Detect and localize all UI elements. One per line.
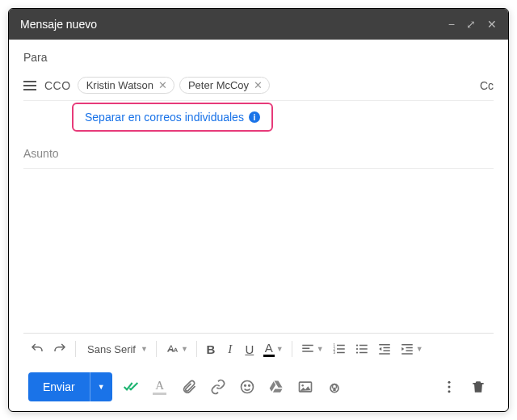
more-options-icon[interactable] [439, 376, 460, 397]
emoji-icon[interactable] [237, 376, 258, 397]
text-style-button[interactable]: A [149, 376, 170, 397]
svg-rect-22 [401, 353, 413, 355]
svg-point-10 [356, 348, 358, 350]
bold-button[interactable]: B [202, 338, 220, 359]
font-size-button[interactable]: ▼ [162, 338, 191, 359]
svg-rect-14 [359, 352, 368, 354]
to-row: Para [23, 40, 494, 70]
format-toolbar: Sans Serif▼ ▼ B I U A▼ ▼ 123 ▼ [23, 333, 494, 364]
titlebar: Mensaje nuevo − ⤢ ✕ [9, 9, 508, 40]
drive-icon[interactable] [266, 376, 287, 397]
bcc-label[interactable]: CCO [44, 79, 71, 92]
split-individual-emails-link[interactable]: Separar en correos individuales i [72, 103, 273, 132]
split-row: Separar en correos individuales i [23, 101, 494, 138]
send-options-button[interactable]: ▼ [90, 372, 112, 401]
font-family-select[interactable]: Sans Serif▼ [81, 338, 151, 359]
svg-text:3: 3 [333, 351, 335, 355]
chevron-down-icon: ▼ [98, 383, 105, 391]
chevron-down-icon: ▼ [276, 345, 284, 353]
svg-rect-29 [334, 388, 335, 391]
info-icon[interactable]: i [249, 111, 260, 123]
align-button[interactable]: ▼ [297, 338, 327, 359]
send-button[interactable]: Enviar [28, 372, 90, 401]
chip-remove-icon[interactable]: ✕ [158, 79, 167, 91]
redo-button[interactable] [49, 338, 70, 359]
svg-point-11 [356, 351, 358, 353]
svg-rect-19 [401, 344, 413, 346]
undo-button[interactable] [27, 338, 48, 359]
chevron-down-icon: ▼ [317, 345, 324, 353]
expand-icon[interactable]: ⤢ [466, 18, 476, 31]
svg-rect-2 [302, 351, 313, 352]
svg-point-32 [448, 390, 451, 393]
svg-rect-16 [383, 347, 389, 349]
menu-icon[interactable] [23, 81, 36, 90]
unordered-list-button[interactable] [351, 338, 372, 359]
indent-less-button[interactable] [374, 338, 395, 359]
bottom-bar: Enviar ▼ A [23, 364, 494, 411]
chevron-down-icon: ▼ [181, 345, 188, 353]
svg-rect-15 [379, 344, 390, 346]
ordered-list-button[interactable]: 123 [329, 338, 350, 359]
indent-more-button[interactable]: ▼ [397, 338, 427, 359]
image-icon[interactable] [295, 376, 316, 397]
svg-rect-17 [383, 351, 389, 352]
recipient-chip-label: Kristin Watson [86, 79, 153, 91]
italic-button[interactable]: I [221, 338, 239, 359]
confidential-icon[interactable] [324, 376, 345, 397]
recipient-chip-label: Peter McCoy [188, 79, 249, 91]
cc-toggle[interactable]: Cc [480, 79, 494, 92]
recipient-chip[interactable]: Peter McCoy ✕ [179, 77, 270, 94]
svg-point-31 [448, 386, 451, 388]
separator [156, 341, 157, 357]
svg-rect-12 [359, 345, 368, 346]
recipient-chip[interactable]: Kristin Watson ✕ [78, 77, 174, 94]
svg-point-27 [301, 384, 304, 387]
separator [75, 341, 76, 357]
discard-icon[interactable] [468, 376, 489, 397]
svg-point-30 [448, 381, 451, 384]
svg-point-24 [244, 385, 246, 387]
compose-window: Mensaje nuevo − ⤢ ✕ Para CCO Kristin Wat… [8, 8, 509, 412]
svg-rect-13 [359, 348, 368, 350]
separator [292, 341, 292, 357]
subject-row [23, 138, 494, 169]
svg-point-23 [241, 381, 253, 393]
svg-rect-7 [337, 348, 345, 350]
text-color-button[interactable]: A▼ [260, 338, 287, 359]
svg-point-25 [248, 385, 250, 387]
svg-rect-6 [337, 345, 345, 346]
recipients-row: CCO Kristin Watson ✕ Peter McCoy ✕ Cc [23, 70, 494, 101]
svg-rect-18 [379, 353, 390, 355]
send-group: Enviar ▼ [28, 372, 112, 401]
svg-rect-8 [337, 352, 345, 354]
link-icon[interactable] [208, 376, 229, 397]
split-link-text: Separar en correos individuales [85, 111, 244, 124]
svg-rect-21 [406, 351, 412, 352]
window-title: Mensaje nuevo [20, 18, 437, 31]
svg-rect-1 [302, 348, 309, 350]
close-icon[interactable]: ✕ [487, 18, 497, 31]
chevron-down-icon: ▼ [416, 345, 423, 353]
svg-point-9 [356, 344, 358, 346]
chevron-down-icon: ▼ [141, 345, 148, 353]
double-check-icon[interactable] [120, 376, 141, 397]
svg-rect-0 [302, 345, 313, 346]
underline-button[interactable]: U [241, 338, 258, 359]
subject-input[interactable] [23, 141, 494, 166]
to-label: Para [23, 51, 48, 64]
compose-body: Para CCO Kristin Watson ✕ Peter McCoy ✕ … [9, 40, 508, 411]
chip-remove-icon[interactable]: ✕ [254, 79, 263, 91]
message-body-input[interactable] [23, 169, 494, 333]
svg-rect-20 [406, 347, 412, 349]
separator [196, 341, 197, 357]
attachment-icon[interactable] [179, 376, 200, 397]
minimize-icon[interactable]: − [448, 18, 455, 31]
